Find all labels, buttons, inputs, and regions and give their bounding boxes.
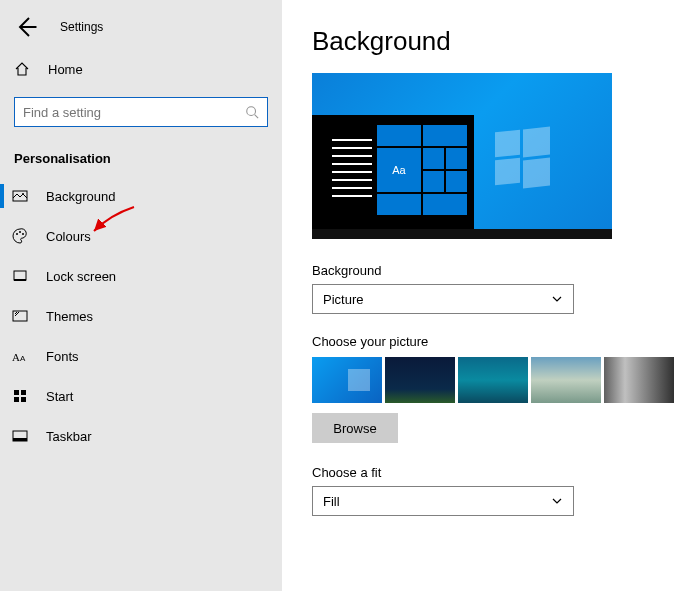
sidebar-item-label: Background	[46, 189, 115, 204]
picture-thumb[interactable]	[458, 357, 528, 403]
fit-dropdown-label: Choose a fit	[312, 465, 680, 480]
svg-point-3	[16, 233, 18, 235]
sidebar-item-label: Colours	[46, 229, 91, 244]
svg-point-0	[247, 107, 256, 116]
svg-point-5	[22, 233, 24, 235]
svg-point-4	[19, 231, 21, 233]
svg-rect-13	[14, 397, 19, 402]
page-title: Background	[312, 26, 680, 57]
svg-text:A: A	[20, 354, 26, 363]
sidebar-item-lockscreen[interactable]: Lock screen	[0, 256, 282, 296]
sidebar-item-start[interactable]: Start	[0, 376, 282, 416]
chevron-down-icon	[551, 293, 563, 305]
sidebar-item-label: Start	[46, 389, 73, 404]
search-input[interactable]	[23, 105, 245, 120]
fit-dropdown-value: Fill	[323, 494, 340, 509]
choose-picture-label: Choose your picture	[312, 334, 680, 349]
fit-dropdown[interactable]: Fill	[312, 486, 574, 516]
sidebar-item-label: Fonts	[46, 349, 79, 364]
svg-rect-16	[13, 438, 27, 441]
lockscreen-icon	[12, 268, 28, 284]
svg-point-2	[22, 193, 24, 195]
start-icon	[12, 388, 28, 404]
windows-logo-icon	[495, 131, 550, 186]
desktop-preview: Aa	[312, 73, 612, 239]
search-input-wrap[interactable]	[14, 97, 268, 127]
app-title: Settings	[60, 20, 103, 34]
background-dropdown-value: Picture	[323, 292, 363, 307]
svg-rect-12	[21, 390, 26, 395]
chevron-down-icon	[551, 495, 563, 507]
picture-thumb[interactable]	[604, 357, 674, 403]
background-dropdown[interactable]: Picture	[312, 284, 574, 314]
picture-thumb[interactable]	[385, 357, 455, 403]
search-icon	[245, 105, 259, 119]
sidebar-item-colours[interactable]: Colours	[0, 216, 282, 256]
sidebar-item-themes[interactable]: Themes	[0, 296, 282, 336]
picture-icon	[12, 188, 28, 204]
section-title: Personalisation	[0, 131, 282, 176]
home-nav[interactable]: Home	[0, 51, 282, 87]
preview-sample-text: Aa	[377, 148, 421, 192]
background-dropdown-label: Background	[312, 263, 680, 278]
back-button[interactable]	[14, 15, 38, 39]
fonts-icon: AA	[12, 348, 28, 364]
home-label: Home	[48, 62, 83, 77]
picture-thumb[interactable]	[531, 357, 601, 403]
sidebar-item-fonts[interactable]: AA Fonts	[0, 336, 282, 376]
svg-rect-6	[14, 271, 26, 280]
sidebar-item-label: Taskbar	[46, 429, 92, 444]
palette-icon	[12, 228, 28, 244]
picture-thumb[interactable]	[312, 357, 382, 403]
arrow-left-icon	[14, 15, 38, 39]
sidebar-item-taskbar[interactable]: Taskbar	[0, 416, 282, 456]
svg-rect-11	[14, 390, 19, 395]
sidebar-item-label: Lock screen	[46, 269, 116, 284]
svg-rect-7	[14, 279, 26, 281]
browse-button[interactable]: Browse	[312, 413, 398, 443]
themes-icon	[12, 308, 28, 324]
taskbar-icon	[12, 428, 28, 444]
sidebar-item-background[interactable]: Background	[0, 176, 282, 216]
home-icon	[14, 61, 30, 77]
picture-thumbnails	[312, 357, 680, 403]
svg-rect-14	[21, 397, 26, 402]
svg-text:A: A	[12, 351, 20, 363]
sidebar-item-label: Themes	[46, 309, 93, 324]
